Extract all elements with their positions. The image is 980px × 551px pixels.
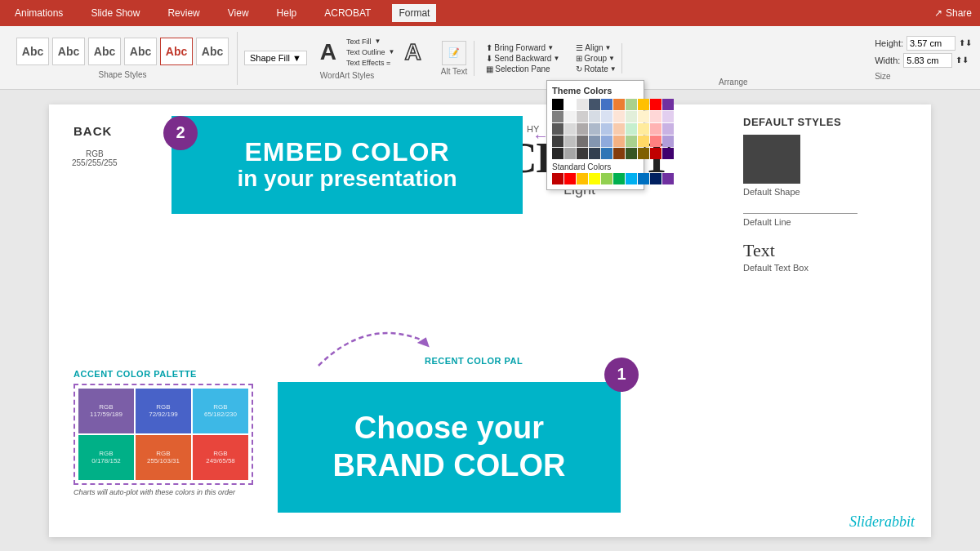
theme-color-cell[interactable]: [552, 123, 564, 135]
theme-color-cell[interactable]: [662, 99, 674, 110]
group-button[interactable]: ⊞ Group ▼: [576, 54, 616, 63]
theme-color-cell[interactable]: [613, 111, 625, 122]
standard-color-cell[interactable]: [662, 173, 674, 184]
theme-color-cell[interactable]: [564, 136, 576, 147]
standard-colors-title: Standard Colors: [552, 162, 639, 171]
theme-color-cell[interactable]: [601, 99, 612, 110]
theme-color-cell[interactable]: [589, 148, 600, 159]
shape-fill-button[interactable]: Shape Fill ▼: [244, 51, 307, 65]
text-outline-button[interactable]: Text Outline ▼: [345, 47, 396, 57]
standard-color-cell[interactable]: [577, 173, 588, 184]
theme-color-cell[interactable]: [626, 136, 637, 147]
theme-color-cell[interactable]: [552, 136, 564, 147]
standard-color-cell[interactable]: [650, 173, 662, 184]
theme-color-cell[interactable]: [613, 99, 625, 110]
standard-color-cell[interactable]: [552, 173, 564, 184]
theme-color-cell[interactable]: [589, 123, 600, 135]
send-backward-icon: ⬇: [486, 54, 492, 63]
rgb-value: 255/255/255: [72, 158, 118, 167]
standard-color-cell[interactable]: [564, 173, 576, 184]
bring-forward-button[interactable]: ⬆ Bring Forward ▼: [486, 43, 559, 52]
theme-color-cell[interactable]: [601, 148, 612, 159]
theme-color-cell[interactable]: [564, 123, 576, 135]
selection-pane-button[interactable]: ▦ Selection Pane: [486, 64, 559, 73]
rotate-button[interactable]: ↻ Rotate ▼: [576, 64, 616, 73]
shape-style-btn-2[interactable]: Abc: [52, 38, 85, 65]
width-spinner[interactable]: ⬆⬇: [956, 56, 969, 64]
text-effects-button[interactable]: Text Effects =: [345, 58, 396, 68]
theme-color-cell[interactable]: [650, 123, 662, 135]
theme-color-cell[interactable]: [564, 111, 576, 122]
theme-color-cell[interactable]: [626, 111, 637, 122]
ribbon: Animations Slide Show Review View Help A…: [0, 0, 980, 90]
brand-color-line1: Choose your: [354, 411, 544, 445]
tab-slideshow[interactable]: Slide Show: [84, 4, 146, 22]
theme-color-cell[interactable]: [577, 111, 588, 122]
group-label: Group: [584, 54, 607, 63]
theme-color-cell[interactable]: [638, 99, 649, 110]
align-button[interactable]: ☰ Align ▼: [576, 43, 616, 52]
theme-color-cell[interactable]: [650, 111, 662, 122]
theme-color-cell[interactable]: [601, 123, 612, 135]
standard-color-cell[interactable]: [613, 173, 625, 184]
theme-color-cell[interactable]: [626, 123, 637, 135]
theme-color-cell[interactable]: [626, 99, 637, 110]
standard-color-cell[interactable]: [601, 173, 612, 184]
share-label[interactable]: Share: [946, 7, 972, 19]
theme-color-cell[interactable]: [662, 148, 674, 159]
theme-color-cell[interactable]: [638, 111, 649, 122]
tab-review[interactable]: Review: [161, 4, 206, 22]
group-icon: ⊞: [576, 54, 582, 63]
palette-border: RGB117/59/189RGB72/92/199RGB65/182/230RG…: [74, 384, 253, 485]
tab-animations[interactable]: Animations: [8, 4, 69, 22]
theme-color-cell[interactable]: [638, 123, 649, 135]
theme-color-cell[interactable]: [552, 148, 564, 159]
theme-color-cell[interactable]: [577, 136, 588, 147]
theme-color-cell[interactable]: [601, 111, 612, 122]
shape-style-btn-3[interactable]: Abc: [88, 38, 121, 65]
alt-text-button[interactable]: 📝: [442, 41, 466, 65]
shape-style-btn-1[interactable]: Abc: [16, 38, 49, 65]
theme-color-cell[interactable]: [577, 99, 588, 110]
shape-style-btn-6[interactable]: Abc: [196, 38, 229, 65]
theme-color-cell[interactable]: [613, 148, 625, 159]
theme-color-cell[interactable]: [589, 111, 600, 122]
theme-color-cell[interactable]: [577, 123, 588, 135]
height-spinner[interactable]: ⬆⬇: [959, 38, 972, 47]
theme-color-cell[interactable]: [650, 148, 662, 159]
theme-color-cell[interactable]: [577, 148, 588, 159]
tab-acrobat[interactable]: ACROBAT: [318, 4, 377, 22]
theme-color-cell[interactable]: [650, 136, 662, 147]
theme-color-cell[interactable]: [662, 123, 674, 135]
theme-color-cell[interactable]: [638, 148, 649, 159]
theme-color-cell[interactable]: [626, 148, 637, 159]
height-input[interactable]: [906, 36, 956, 51]
palette-cell-rgb: 65/182/230: [204, 411, 237, 418]
align-icon: ☰: [576, 43, 583, 52]
shape-style-btn-5[interactable]: Abc: [160, 38, 193, 65]
theme-color-cell[interactable]: [552, 111, 564, 122]
text-fill-button[interactable]: Text Fill ▼: [345, 37, 396, 47]
theme-color-cell[interactable]: [613, 123, 625, 135]
theme-color-cell[interactable]: [601, 136, 612, 147]
standard-color-cell[interactable]: [589, 173, 600, 184]
theme-color-cell[interactable]: [564, 148, 576, 159]
theme-color-cell[interactable]: [638, 136, 649, 147]
width-input[interactable]: [903, 53, 952, 68]
theme-color-cell[interactable]: [589, 99, 600, 110]
rotate-label: Rotate: [584, 64, 608, 73]
tab-help[interactable]: Help: [270, 4, 304, 22]
theme-color-cell[interactable]: [650, 99, 662, 110]
theme-color-cell[interactable]: [564, 99, 576, 110]
send-backward-button[interactable]: ⬇ Send Backward ▼: [486, 54, 559, 63]
theme-color-cell[interactable]: [552, 99, 564, 110]
theme-color-cell[interactable]: [662, 136, 674, 147]
theme-color-cell[interactable]: [589, 136, 600, 147]
standard-color-cell[interactable]: [626, 173, 637, 184]
theme-color-cell[interactable]: [613, 136, 625, 147]
tab-format[interactable]: Format: [392, 4, 436, 22]
standard-color-cell[interactable]: [638, 173, 649, 184]
theme-color-cell[interactable]: [662, 111, 674, 122]
shape-style-btn-4[interactable]: Abc: [124, 38, 157, 65]
tab-view[interactable]: View: [221, 4, 256, 22]
